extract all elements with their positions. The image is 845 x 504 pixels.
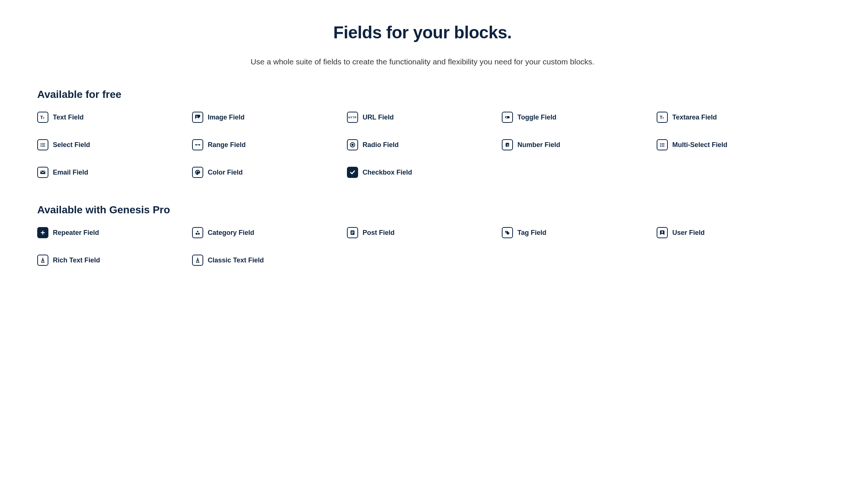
richtext-icon <box>37 255 48 266</box>
field-item-select: Select Field <box>37 139 188 150</box>
field-label: Category Field <box>208 229 254 237</box>
svg-rect-9 <box>42 143 45 144</box>
svg-rect-43 <box>41 262 45 263</box>
svg-rect-10 <box>41 144 41 145</box>
image-icon <box>192 112 203 123</box>
field-grid-free: TT Text Field Image Field HTTP URL Field… <box>37 112 808 178</box>
toggle-icon <box>502 112 513 123</box>
field-item-richtext: Rich Text Field <box>37 255 188 266</box>
svg-point-28 <box>196 171 197 172</box>
svg-point-16 <box>199 144 200 146</box>
field-item-image: Image Field <box>192 112 343 123</box>
user-icon <box>657 227 668 238</box>
svg-rect-24 <box>661 145 664 146</box>
svg-point-42 <box>661 231 663 233</box>
svg-text:T: T <box>43 117 45 120</box>
svg-rect-39 <box>351 233 353 234</box>
svg-rect-44 <box>196 262 200 263</box>
field-label: Classic Text Field <box>208 256 264 264</box>
field-label: Text Field <box>53 114 84 121</box>
svg-point-3 <box>196 116 197 117</box>
svg-rect-4 <box>505 116 510 118</box>
svg-rect-33 <box>41 232 45 233</box>
color-icon <box>192 167 203 178</box>
field-label: URL Field <box>363 114 394 121</box>
svg-text:1: 1 <box>507 143 509 147</box>
checkbox-icon <box>347 167 358 178</box>
field-label: Toggle Field <box>517 114 557 121</box>
svg-rect-13 <box>42 146 45 147</box>
field-label: Repeater Field <box>53 229 99 237</box>
svg-rect-21 <box>660 143 661 144</box>
svg-point-40 <box>506 232 507 232</box>
section-heading-pro: Available with Genesis Pro <box>37 204 808 216</box>
field-label: Checkbox Field <box>363 169 412 176</box>
select-icon <box>37 139 48 150</box>
field-label: Post Field <box>363 229 395 237</box>
svg-rect-23 <box>660 144 661 145</box>
field-label: Select Field <box>53 141 90 149</box>
field-item-tag: Tag Field <box>502 227 653 238</box>
field-item-toggle: Toggle Field <box>502 112 653 123</box>
field-label: Tag Field <box>517 229 546 237</box>
field-item-radio: Radio Field <box>347 139 498 150</box>
section-heading-free: Available for free <box>37 89 808 101</box>
field-item-post: Post Field <box>347 227 498 238</box>
email-icon <box>37 167 48 178</box>
field-label: Range Field <box>208 141 246 149</box>
field-label: Textarea Field <box>672 114 717 121</box>
classictext-icon <box>192 255 203 266</box>
field-label: User Field <box>672 229 705 237</box>
svg-rect-12 <box>41 146 41 147</box>
field-item-textarea: TT Textarea Field <box>657 112 808 123</box>
section-pro: Available with Genesis Pro Repeater Fiel… <box>37 204 808 266</box>
radio-icon <box>347 139 358 150</box>
svg-rect-11 <box>42 145 45 146</box>
svg-rect-26 <box>661 146 664 147</box>
field-item-color: Color Field <box>192 167 343 178</box>
field-item-user: User Field <box>657 227 808 238</box>
category-icon <box>192 227 203 238</box>
text-icon: TT <box>37 112 48 123</box>
number-icon: 1 <box>502 139 513 150</box>
svg-rect-25 <box>660 146 661 147</box>
svg-rect-8 <box>41 143 41 144</box>
field-item-text: TT Text Field <box>37 112 188 123</box>
field-label: Radio Field <box>363 141 399 149</box>
field-item-classictext: Classic Text Field <box>192 255 343 266</box>
range-icon <box>192 139 203 150</box>
field-label: Image Field <box>208 114 245 121</box>
field-grid-pro: Repeater Field Category Field Post Field… <box>37 227 808 266</box>
svg-point-30 <box>198 171 199 172</box>
field-label: Rich Text Field <box>53 256 100 264</box>
page-title: Fields for your blocks. <box>37 22 808 42</box>
field-item-number: 1 Number Field <box>502 139 653 150</box>
field-label: Email Field <box>53 169 88 176</box>
svg-point-18 <box>351 144 354 146</box>
field-item-url: HTTP URL Field <box>347 112 498 123</box>
svg-rect-22 <box>661 143 664 144</box>
url-icon: HTTP <box>347 112 358 123</box>
svg-point-34 <box>195 233 197 235</box>
svg-rect-35 <box>198 233 200 235</box>
field-item-category: Category Field <box>192 227 343 238</box>
svg-point-31 <box>196 172 197 173</box>
field-label: Color Field <box>208 169 243 176</box>
post-icon <box>347 227 358 238</box>
svg-rect-38 <box>351 233 354 233</box>
textarea-icon: TT <box>657 112 668 123</box>
field-label: Number Field <box>517 141 560 149</box>
field-label: Multi-Select Field <box>672 141 727 149</box>
svg-point-15 <box>195 144 197 146</box>
svg-point-5 <box>506 117 507 118</box>
field-item-multiselect: Multi-Select Field <box>657 139 808 150</box>
field-item-repeater: Repeater Field <box>37 227 188 238</box>
page-subtitle: Use a whole suite of fields to create th… <box>37 57 808 66</box>
repeater-icon <box>37 227 48 238</box>
tag-icon <box>502 227 513 238</box>
multiselect-icon <box>657 139 668 150</box>
field-item-checkbox: Checkbox Field <box>347 167 498 178</box>
field-item-email: Email Field <box>37 167 188 178</box>
svg-point-29 <box>197 170 198 171</box>
svg-text:T: T <box>662 117 664 120</box>
